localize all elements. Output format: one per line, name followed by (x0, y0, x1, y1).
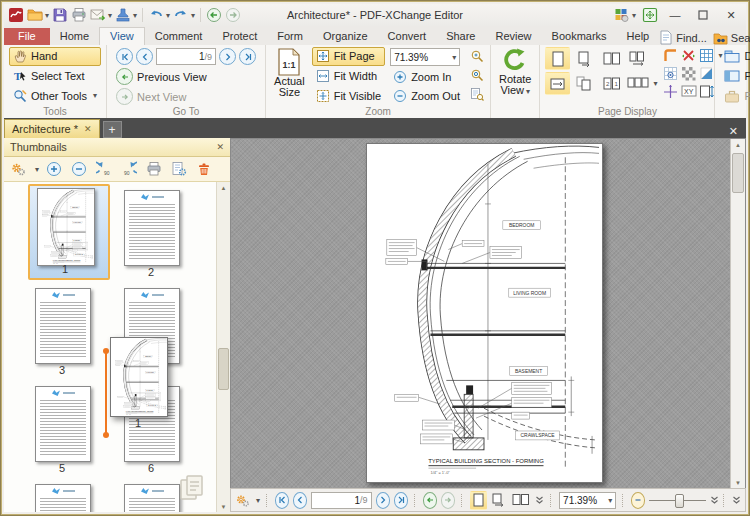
zoom-level-combo[interactable]: 71.39%▾ (390, 48, 460, 66)
statusbar-previous-view-button[interactable] (423, 492, 437, 509)
cover-mode-button[interactable] (572, 72, 597, 95)
thumbnails-options-button[interactable] (8, 159, 28, 179)
zoom-slider-knob[interactable] (675, 494, 684, 508)
right-to-left-button[interactable]: 21 (599, 72, 624, 95)
thumbnail-page-5[interactable] (35, 386, 91, 462)
first-page-button[interactable] (116, 48, 133, 65)
thumbnail-page-8[interactable] (124, 484, 180, 512)
statusbar-more-tools-icon[interactable] (732, 495, 741, 505)
hand-tool-button[interactable]: Hand (9, 47, 101, 66)
tab-file[interactable]: File (4, 28, 50, 45)
thumbnail-page-1[interactable] (37, 188, 95, 266)
email-dropdown-icon[interactable]: ▾ (108, 11, 112, 20)
undo-dropdown-icon[interactable]: ▾ (166, 11, 170, 20)
back-view-button[interactable] (206, 7, 222, 23)
undo-button[interactable]: ▾ (148, 7, 170, 23)
thumbnails-close-icon[interactable]: ✕ (216, 142, 224, 152)
tab-review[interactable]: Review (485, 28, 541, 45)
find-button[interactable]: Find... (659, 30, 707, 45)
panes-button[interactable]: Panes▾ (720, 67, 750, 84)
other-tools-button[interactable]: Other Tools▾ (9, 86, 101, 105)
statusbar-page-field[interactable]: 1/9 (311, 492, 371, 509)
tab-organize[interactable]: Organize (313, 28, 378, 45)
doc-scroll-up-icon[interactable]: ▲ (731, 139, 745, 150)
tab-comment[interactable]: Comment (145, 28, 213, 45)
loupe-tool-button[interactable] (468, 67, 485, 83)
new-tab-button[interactable]: + (103, 121, 122, 138)
tab-view[interactable]: View (99, 27, 145, 45)
zoom-out-button[interactable]: Zoom Out (389, 87, 464, 105)
tab-home[interactable]: Home (50, 28, 99, 45)
thumbnail-page-2[interactable] (124, 190, 180, 266)
zoom-combo-dropdown-icon[interactable]: ▾ (452, 53, 456, 62)
statusbar-first-page-button[interactable] (275, 492, 289, 509)
stamp-dropdown-icon[interactable]: ▾ (133, 11, 137, 20)
tab-help[interactable]: Help (617, 28, 660, 45)
statusbar-zoom-dropdown-icon[interactable]: ▾ (608, 496, 612, 505)
tab-form[interactable]: Form (267, 28, 313, 45)
document-tabs-button[interactable]: Document Tabs▾ (720, 47, 750, 64)
statusbar-zoom-combo[interactable]: 71.39%▾ (559, 492, 616, 509)
search-button[interactable]: Search... (713, 31, 750, 45)
statusbar-layout-more-icon[interactable] (535, 495, 544, 505)
scroll-down-icon[interactable]: ▼ (217, 501, 230, 512)
fit-spread-button[interactable] (545, 72, 570, 95)
page-number-field[interactable]: 1/9 (156, 48, 216, 65)
transparency-grid-button[interactable] (680, 65, 697, 81)
delete-pages-button[interactable] (194, 159, 214, 179)
contrast-button[interactable] (698, 65, 715, 81)
document-scroll-thumb[interactable] (732, 153, 744, 193)
thumbnail-page-7[interactable] (35, 484, 91, 512)
document-scrollbar[interactable]: ▲ ▼ (730, 139, 745, 488)
open-file-button[interactable]: ▾ (27, 7, 49, 23)
pdf-page[interactable] (366, 143, 603, 483)
portfolio-button[interactable]: Portfolio▾ (720, 88, 750, 105)
multiple-pages-dropdown-icon[interactable]: ▾ (653, 79, 657, 88)
ui-options-dropdown-icon[interactable]: ▾ (632, 11, 636, 20)
statusbar-options-button[interactable] (235, 491, 250, 509)
rotate-ccw-button[interactable]: 90 (94, 159, 114, 179)
fullscreen-button[interactable] (642, 7, 658, 23)
close-button[interactable]: ✕ (720, 7, 742, 23)
statusbar-next-page-button[interactable] (376, 492, 390, 509)
statusbar-next-view-button[interactable] (441, 492, 455, 509)
statusbar-last-page-button[interactable] (394, 492, 408, 509)
search-label[interactable]: Search... (731, 32, 750, 44)
thumbnails-scrollbar[interactable]: ▲ ▼ (216, 182, 230, 512)
tab-convert[interactable]: Convert (378, 28, 437, 45)
forward-view-button[interactable] (225, 7, 241, 23)
maximize-button[interactable] (692, 7, 714, 23)
print-button[interactable] (71, 7, 87, 23)
open-dropdown-icon[interactable]: ▾ (45, 11, 49, 20)
other-tools-dropdown-icon[interactable]: ▾ (93, 91, 97, 100)
last-page-button[interactable] (239, 48, 256, 65)
thumbnail-zoom-in-button[interactable] (44, 159, 64, 179)
save-button[interactable] (52, 7, 68, 23)
dragged-thumbnail[interactable] (110, 337, 168, 417)
previous-page-button[interactable] (136, 48, 153, 65)
multiple-pages-button[interactable]: ▾ (626, 72, 658, 95)
thumbnail-page-3[interactable] (35, 288, 91, 364)
rotate-view-button[interactable]: Rotate View▾ (496, 47, 534, 105)
next-view-button[interactable]: Next View (112, 87, 260, 106)
tab-bar-close-button[interactable]: ✕ (721, 125, 746, 138)
page-properties-button[interactable] (169, 159, 189, 179)
grid-button[interactable] (698, 47, 715, 63)
actual-size-button[interactable]: 1:1 Actual Size (271, 47, 308, 105)
thumbnails-scroll-thumb[interactable] (218, 348, 229, 390)
app-logo-icon[interactable] (8, 7, 24, 23)
ui-options-button[interactable]: ▾ (614, 7, 636, 23)
fit-visible-button[interactable]: Fit Visible (312, 86, 385, 105)
zoom-slider[interactable] (649, 493, 706, 507)
coordinates-button[interactable]: XY (680, 83, 697, 99)
single-page-button[interactable] (545, 47, 570, 70)
continuous-button[interactable] (572, 47, 597, 70)
statusbar-previous-page-button[interactable] (293, 492, 307, 509)
select-text-button[interactable]: T Select Text (9, 67, 101, 86)
fit-width-button[interactable]: Fit Width (312, 67, 385, 86)
two-pages-button[interactable] (599, 47, 624, 70)
pan-zoom-button[interactable] (468, 86, 485, 102)
minimize-button[interactable]: — (664, 7, 686, 23)
doc-scroll-down-icon[interactable]: ▼ (731, 477, 745, 488)
thumbnail-zoom-out-button[interactable] (69, 159, 89, 179)
